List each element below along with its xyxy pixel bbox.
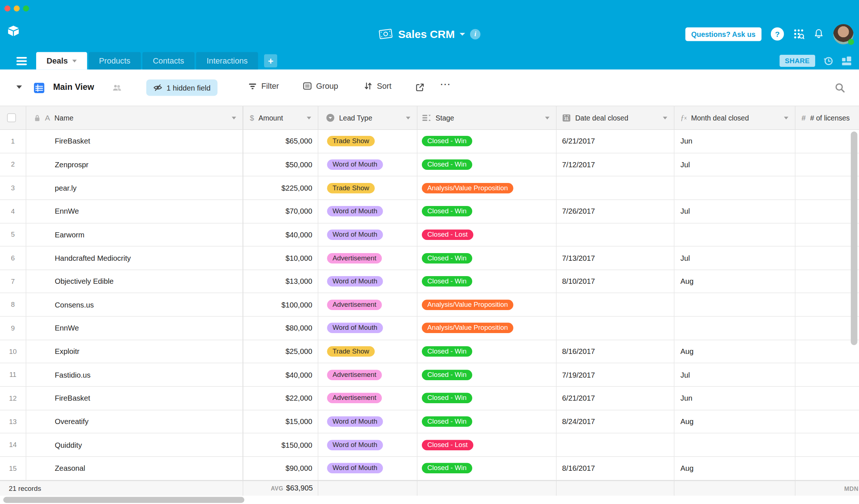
cell-lead-type[interactable]: Word of Mouth bbox=[318, 200, 418, 223]
cell-month-deal-closed[interactable]: Jul bbox=[675, 363, 796, 387]
cell-num-licenses[interactable] bbox=[795, 317, 859, 340]
cell-lead-type[interactable]: Word of Mouth bbox=[318, 153, 418, 176]
cell-amount[interactable]: $70,000 bbox=[243, 200, 318, 223]
row-number[interactable]: 7 bbox=[0, 270, 26, 293]
group-button[interactable]: Group bbox=[303, 82, 338, 91]
row-number[interactable]: 11 bbox=[0, 363, 26, 387]
cell-stage[interactable]: Closed - Win bbox=[417, 457, 557, 480]
cell-stage[interactable]: Closed - Win bbox=[417, 130, 557, 153]
cell-stage[interactable]: Closed - Win bbox=[417, 387, 557, 410]
minimize-window-button[interactable] bbox=[14, 5, 20, 12]
cell-month-deal-closed[interactable]: Aug bbox=[675, 457, 796, 480]
row-number[interactable]: 1 bbox=[0, 130, 26, 153]
cell-name[interactable]: Exploitr bbox=[26, 340, 243, 363]
cell-name[interactable]: Quiddity bbox=[26, 434, 243, 457]
vertical-scrollbar-thumb[interactable] bbox=[851, 131, 858, 345]
history-icon[interactable] bbox=[823, 56, 834, 66]
cell-month-deal-closed[interactable] bbox=[675, 317, 796, 340]
cell-month-deal-closed[interactable] bbox=[675, 434, 796, 457]
cell-name[interactable]: Consens.us bbox=[26, 293, 243, 317]
cell-num-licenses[interactable] bbox=[795, 153, 859, 176]
base-info-icon[interactable]: i bbox=[470, 29, 481, 39]
cell-date-deal-closed[interactable]: 6/21/2017 bbox=[557, 387, 675, 410]
cell-lead-type[interactable]: Word of Mouth bbox=[318, 457, 418, 480]
view-name[interactable]: Main View bbox=[53, 82, 94, 92]
cell-num-licenses[interactable] bbox=[795, 363, 859, 387]
chevron-down-icon[interactable] bbox=[406, 117, 411, 120]
bell-icon[interactable] bbox=[814, 28, 824, 39]
column-header-lead-type[interactable]: Lead Type bbox=[318, 106, 418, 129]
cell-date-deal-closed[interactable]: 8/16/2017 bbox=[557, 340, 675, 363]
cell-num-licenses[interactable] bbox=[795, 434, 859, 457]
cell-amount[interactable]: $80,000 bbox=[243, 317, 318, 340]
column-header-amount[interactable]: $ Amount bbox=[243, 106, 318, 129]
chevron-down-icon[interactable] bbox=[784, 117, 789, 120]
cell-amount[interactable]: $40,000 bbox=[243, 363, 318, 387]
cell-amount[interactable]: $50,000 bbox=[243, 153, 318, 176]
row-number[interactable]: 5 bbox=[0, 223, 26, 247]
cell-lead-type[interactable]: Word of Mouth bbox=[318, 223, 418, 247]
cell-stage[interactable]: Closed - Win bbox=[417, 247, 557, 270]
horizontal-scrollbar-thumb[interactable] bbox=[3, 497, 244, 503]
chevron-down-icon[interactable] bbox=[545, 117, 550, 120]
cell-num-licenses[interactable] bbox=[795, 247, 859, 270]
cell-amount[interactable]: $150,000 bbox=[243, 434, 318, 457]
cell-month-deal-closed[interactable]: Jul bbox=[675, 200, 796, 223]
cell-stage[interactable]: Closed - Lost bbox=[417, 434, 557, 457]
filter-button[interactable]: Filter bbox=[248, 82, 279, 91]
cell-amount[interactable]: $40,000 bbox=[243, 223, 318, 247]
airtable-logo-icon[interactable] bbox=[7, 25, 20, 37]
tab-interactions[interactable]: Interactions bbox=[196, 52, 258, 70]
column-header-num-licenses[interactable]: # # of licenses bbox=[795, 106, 859, 129]
cell-month-deal-closed[interactable]: Aug bbox=[675, 340, 796, 363]
cell-name[interactable]: EnnWe bbox=[26, 200, 243, 223]
more-options-button[interactable]: ··· bbox=[440, 80, 451, 89]
cell-lead-type[interactable]: Word of Mouth bbox=[318, 434, 418, 457]
amount-summary[interactable]: AVG$63,905 bbox=[243, 484, 318, 492]
cell-name[interactable]: Handcrafted Mediocrity bbox=[26, 247, 243, 270]
cell-num-licenses[interactable] bbox=[795, 340, 859, 363]
cell-stage[interactable]: Analysis/Value Proposition bbox=[417, 176, 557, 200]
cell-date-deal-closed[interactable] bbox=[557, 317, 675, 340]
cell-num-licenses[interactable] bbox=[795, 293, 859, 317]
cell-month-deal-closed[interactable]: Jul bbox=[675, 153, 796, 176]
cell-stage[interactable]: Closed - Win bbox=[417, 410, 557, 434]
column-header-name[interactable]: A Name bbox=[26, 106, 243, 129]
close-window-button[interactable] bbox=[4, 5, 11, 12]
cell-amount[interactable]: $10,000 bbox=[243, 247, 318, 270]
cell-date-deal-closed[interactable] bbox=[557, 293, 675, 317]
cell-stage[interactable]: Analysis/Value Proposition bbox=[417, 317, 557, 340]
mdn-label[interactable]: MDN bbox=[844, 485, 859, 492]
zoom-window-button[interactable] bbox=[23, 5, 29, 12]
tab-products[interactable]: Products bbox=[89, 52, 141, 70]
cell-date-deal-closed[interactable]: 8/16/2017 bbox=[557, 457, 675, 480]
cell-name[interactable]: Zenprospr bbox=[26, 153, 243, 176]
questions-ask-us-button[interactable]: Questions? Ask us bbox=[685, 27, 761, 41]
cell-num-licenses[interactable] bbox=[795, 387, 859, 410]
cell-stage[interactable]: Closed - Win bbox=[417, 363, 557, 387]
apps-grid-search-icon[interactable] bbox=[793, 28, 804, 39]
cell-date-deal-closed[interactable]: 7/26/2017 bbox=[557, 200, 675, 223]
blocks-icon[interactable] bbox=[841, 56, 852, 66]
cell-month-deal-closed[interactable] bbox=[675, 176, 796, 200]
column-header-date-deal-closed[interactable]: 31 Date deal closed bbox=[557, 106, 675, 129]
tab-contacts[interactable]: Contacts bbox=[142, 52, 195, 70]
row-number[interactable]: 4 bbox=[0, 200, 26, 223]
cell-lead-type[interactable]: Trade Show bbox=[318, 176, 418, 200]
select-all-checkbox[interactable] bbox=[7, 114, 16, 122]
cell-stage[interactable]: Closed - Win bbox=[417, 340, 557, 363]
cell-date-deal-closed[interactable] bbox=[557, 223, 675, 247]
cell-date-deal-closed[interactable]: 7/19/2017 bbox=[557, 363, 675, 387]
chevron-down-icon[interactable] bbox=[307, 117, 311, 120]
cell-name[interactable]: pear.ly bbox=[26, 176, 243, 200]
cell-date-deal-closed[interactable] bbox=[557, 434, 675, 457]
cell-stage[interactable]: Closed - Win bbox=[417, 153, 557, 176]
add-table-button[interactable]: + bbox=[264, 54, 277, 68]
cell-lead-type[interactable]: Advertisement bbox=[318, 363, 418, 387]
cell-month-deal-closed[interactable] bbox=[675, 223, 796, 247]
cell-lead-type[interactable]: Trade Show bbox=[318, 340, 418, 363]
cell-amount[interactable]: $90,000 bbox=[243, 457, 318, 480]
row-number[interactable]: 6 bbox=[0, 247, 26, 270]
cell-stage[interactable]: Closed - Win bbox=[417, 200, 557, 223]
cell-date-deal-closed[interactable]: 7/13/2017 bbox=[557, 247, 675, 270]
